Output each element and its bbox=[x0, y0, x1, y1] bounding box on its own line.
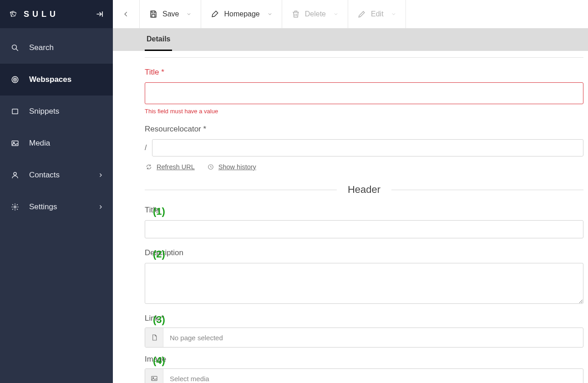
settings-icon bbox=[11, 203, 19, 211]
brush-icon bbox=[210, 10, 219, 19]
tabbar: Details bbox=[113, 28, 588, 51]
field-header-link: (3) Link * No page selected bbox=[145, 314, 583, 348]
delete-label: Delete bbox=[305, 10, 326, 18]
header-description-input[interactable] bbox=[145, 263, 583, 304]
field-number-4: (4) bbox=[153, 355, 165, 367]
page-icon bbox=[145, 328, 163, 347]
chevron-down-icon bbox=[391, 11, 396, 17]
save-label: Save bbox=[162, 10, 179, 18]
history-icon bbox=[207, 163, 215, 171]
field-header-image: (4) Image Select media bbox=[145, 355, 583, 383]
header-description-label: Description bbox=[145, 248, 583, 257]
svg-point-6 bbox=[13, 142, 14, 143]
media-icon bbox=[11, 139, 19, 147]
sidebar-item-contacts[interactable]: Contacts bbox=[0, 159, 113, 191]
svg-rect-9 bbox=[152, 11, 155, 13]
header-link-picker[interactable]: No page selected bbox=[145, 328, 583, 348]
section-header-label: Header bbox=[348, 184, 380, 196]
sidebar-item-snippets[interactable]: Snippets bbox=[0, 96, 113, 127]
chevron-down-icon bbox=[333, 11, 339, 17]
title-label: Title * bbox=[145, 68, 583, 77]
chevron-right-icon bbox=[96, 171, 105, 179]
field-number-2: (2) bbox=[153, 248, 165, 260]
target-icon bbox=[11, 76, 19, 84]
search-icon bbox=[11, 44, 19, 52]
field-resourcelocator: Resourcelocator * / Refresh URL Show his… bbox=[145, 125, 583, 171]
header-link-label: Link * bbox=[145, 314, 583, 323]
resourcelocator-label: Resourcelocator * bbox=[145, 125, 583, 134]
sidebar: SULU Search Webspaces Snippets bbox=[0, 0, 113, 383]
sidebar-item-webspaces[interactable]: Webspaces bbox=[0, 64, 113, 96]
sidebar-item-label: Webspaces bbox=[29, 75, 71, 84]
refresh-url-link[interactable]: Refresh URL bbox=[145, 163, 195, 171]
sidebar-item-settings[interactable]: Settings bbox=[0, 191, 113, 223]
sidebar-item-media[interactable]: Media bbox=[0, 127, 113, 159]
content: Title * This field must have a value Res… bbox=[113, 51, 588, 383]
header-link-placeholder: No page selected bbox=[163, 328, 583, 347]
sidebar-item-label: Snippets bbox=[29, 107, 59, 116]
header-image-label: Image bbox=[145, 355, 583, 364]
field-number-3: (3) bbox=[153, 314, 165, 326]
svg-point-3 bbox=[15, 79, 15, 80]
contact-icon bbox=[11, 171, 19, 179]
sidebar-header: SULU bbox=[0, 0, 113, 28]
svg-point-13 bbox=[152, 378, 153, 378]
main: Save Homepage Delete Edit Details bbox=[113, 0, 588, 383]
trash-icon bbox=[291, 10, 300, 19]
svg-rect-4 bbox=[12, 109, 18, 114]
sidebar-item-label: Media bbox=[29, 139, 50, 148]
chevron-right-icon bbox=[96, 203, 105, 211]
svg-rect-10 bbox=[152, 14, 155, 17]
field-title: Title * This field must have a value bbox=[145, 68, 583, 115]
header-image-picker[interactable]: Select media bbox=[145, 368, 583, 383]
save-icon bbox=[149, 10, 158, 19]
sidebar-item-label: Settings bbox=[29, 202, 57, 212]
tab-details[interactable]: Details bbox=[145, 29, 172, 51]
edit-label: Edit bbox=[371, 10, 384, 18]
template-button[interactable]: Homepage bbox=[201, 0, 282, 28]
svg-rect-12 bbox=[152, 376, 157, 380]
logo-text: SULU bbox=[24, 10, 59, 19]
field-header-title: (1) Title bbox=[145, 206, 583, 238]
logo[interactable]: SULU bbox=[9, 10, 59, 19]
show-history-link[interactable]: Show history bbox=[207, 163, 256, 171]
svg-point-8 bbox=[14, 206, 16, 208]
edit-button[interactable]: Edit bbox=[348, 0, 406, 28]
svg-point-7 bbox=[14, 172, 16, 175]
delete-button[interactable]: Delete bbox=[282, 0, 348, 28]
title-error: This field must have a value bbox=[145, 108, 583, 115]
chevron-down-icon bbox=[186, 11, 192, 17]
header-title-input[interactable] bbox=[145, 220, 583, 238]
toolbar: Save Homepage Delete Edit bbox=[113, 0, 588, 28]
template-label: Homepage bbox=[224, 10, 259, 18]
collapse-sidebar-icon[interactable] bbox=[96, 10, 104, 18]
back-button[interactable] bbox=[113, 0, 140, 28]
pencil-icon bbox=[357, 10, 366, 19]
resourcelocator-prefix: / bbox=[145, 144, 147, 152]
resourcelocator-input[interactable] bbox=[152, 139, 583, 156]
save-button[interactable]: Save bbox=[140, 0, 201, 28]
header-image-placeholder: Select media bbox=[163, 369, 583, 383]
logo-icon bbox=[9, 10, 17, 18]
snippet-icon bbox=[11, 107, 19, 116]
title-input[interactable] bbox=[145, 82, 583, 104]
image-icon bbox=[145, 369, 163, 383]
field-header-description: (2) Description bbox=[145, 248, 583, 306]
sidebar-item-search[interactable]: Search bbox=[0, 32, 113, 64]
section-header: Header bbox=[145, 184, 583, 196]
sidebar-item-label: Contacts bbox=[29, 171, 60, 180]
refresh-icon bbox=[145, 163, 153, 171]
field-number-1: (1) bbox=[153, 206, 165, 217]
svg-point-0 bbox=[12, 45, 17, 50]
header-title-label: Title bbox=[145, 206, 583, 215]
chevron-down-icon bbox=[267, 11, 273, 17]
sidebar-item-label: Search bbox=[29, 43, 54, 52]
nav: Search Webspaces Snippets Media Contacts bbox=[0, 28, 113, 223]
